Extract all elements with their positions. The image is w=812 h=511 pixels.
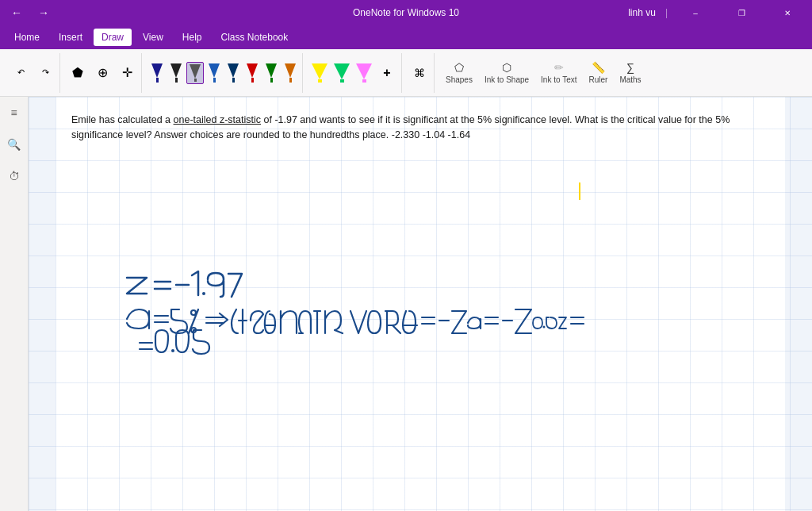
minimize-button[interactable]: – (677, 0, 714, 25)
title-bar-right: linh vu | – ❐ ✕ (628, 0, 806, 25)
pen-group (145, 53, 303, 93)
move-button[interactable]: ✛ (116, 62, 138, 84)
pen-gray-selected[interactable] (186, 62, 204, 84)
app-container: ≡ 🔍 ⏱ Emile has calculated a one-tailed … (0, 97, 812, 511)
selection-group: ⬟ ⊕ ✛ (63, 53, 142, 93)
menu-draw[interactable]: Draw (94, 29, 132, 46)
menu-home[interactable]: Home (6, 29, 48, 46)
restore-button[interactable]: ❐ (723, 0, 760, 25)
highlighter-yellow[interactable] (309, 62, 330, 84)
pen-blue[interactable] (205, 62, 223, 84)
question-prefix: Emile has calculated a (71, 114, 174, 125)
title-bar: ← → OneNote for Windows 10 linh vu | – ❐… (0, 0, 812, 25)
highlighter-green[interactable] (331, 62, 352, 84)
ink-to-shape-button[interactable]: ⬡ Ink to Shape (480, 58, 534, 87)
text-cursor (579, 182, 580, 200)
undo-button[interactable]: ↶ (10, 62, 32, 84)
underlined-term: one-tailed z-statistic (174, 114, 261, 125)
svg-point-22 (171, 349, 174, 352)
maths-button[interactable]: ∑ Maths (615, 58, 645, 87)
pen-green[interactable] (262, 62, 280, 84)
question-text-block: Emile has calculated a one-tailed z-stat… (71, 113, 769, 143)
right-tools-group: ⬠ Shapes ⬡ Ink to Shape ✏ Ink to Text 📏 … (438, 53, 649, 93)
app-title: OneNote for Windows 10 (353, 7, 459, 18)
pen-orange[interactable] (282, 62, 299, 84)
lasso-select-button[interactable]: ⌘ (408, 62, 431, 84)
menu-insert[interactable]: Insert (51, 29, 90, 46)
forward-button[interactable]: → (33, 3, 54, 22)
redo-button[interactable]: ↷ (34, 62, 56, 84)
note-area[interactable]: Emile has calculated a one-tailed z-stat… (29, 97, 812, 511)
sidebar-recent-icon[interactable]: ⏱ (5, 167, 24, 186)
shapes-button[interactable]: ⬠ Shapes (441, 58, 477, 87)
pen-darkblue[interactable] (148, 62, 166, 84)
title-bar-left: ← → (6, 3, 54, 22)
toolbar: ↶ ↷ ⬟ ⊕ ✛ (0, 49, 812, 97)
menu-view[interactable]: View (135, 29, 171, 46)
menu-help[interactable]: Help (174, 29, 210, 46)
handwriting-area (103, 152, 658, 314)
pen-black[interactable] (167, 62, 185, 84)
user-name: linh vu (628, 7, 656, 18)
lasso-group: ⌘ (405, 53, 435, 93)
highlighter-group: + (306, 53, 402, 93)
add-pen-button[interactable]: + (376, 62, 398, 84)
svg-point-17 (543, 326, 546, 328)
handwriting-svg (103, 152, 658, 311)
highlighter-pink[interactable] (354, 62, 374, 84)
close-button[interactable]: ✕ (769, 0, 806, 25)
add-space-button[interactable]: ⊕ (91, 62, 113, 84)
svg-point-3 (202, 292, 205, 295)
note-page: Emile has calculated a one-tailed z-stat… (56, 97, 785, 511)
menu-bar: Home Insert Draw View Help Class Noteboo… (0, 25, 812, 49)
svg-point-6 (191, 310, 196, 315)
back-button[interactable]: ← (6, 3, 27, 22)
sidebar-search-icon[interactable]: 🔍 (5, 135, 24, 154)
undo-redo-group: ↶ ↷ (6, 53, 60, 93)
menu-class-notebook[interactable]: Class Notebook (213, 29, 297, 46)
ruler-button[interactable]: 📏 Ruler (584, 58, 612, 87)
ink-to-text-button[interactable]: ✏ Ink to Text (536, 58, 581, 87)
sidebar-notebooks-icon[interactable]: ≡ (5, 103, 24, 122)
main-content: Emile has calculated a one-tailed z-stat… (29, 97, 812, 511)
left-sidebar: ≡ 🔍 ⏱ (0, 97, 29, 511)
pen-red[interactable] (243, 62, 261, 84)
pen-navy[interactable] (224, 62, 242, 84)
lasso-button[interactable]: ⬟ (67, 62, 89, 84)
